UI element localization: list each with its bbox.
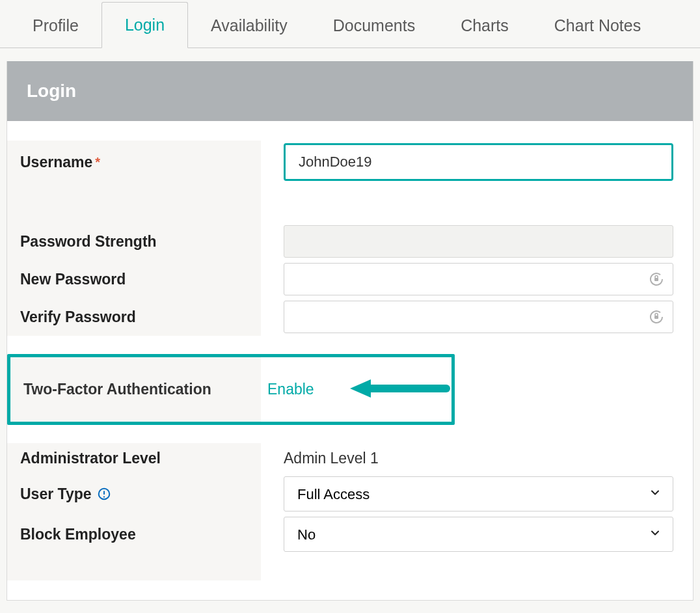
row-username: Username * bbox=[7, 141, 673, 184]
tab-login[interactable]: Login bbox=[101, 2, 188, 48]
row-admin-level: Administrator Level Admin Level 1 bbox=[7, 443, 673, 474]
admin-level-label: Administrator Level bbox=[7, 443, 261, 474]
user-type-select[interactable]: Full Access bbox=[284, 476, 673, 511]
new-password-input[interactable] bbox=[284, 263, 673, 295]
login-panel: Login Username * Password Strength New P… bbox=[7, 61, 693, 601]
two-factor-highlight: Two-Factor Authentication Enable bbox=[7, 354, 455, 425]
password-strength-label: Password Strength bbox=[7, 223, 261, 260]
username-label: Username bbox=[20, 154, 92, 171]
row-verify-password: Verify Password bbox=[7, 298, 673, 336]
user-type-label-cell: User Type bbox=[7, 474, 261, 514]
info-icon[interactable] bbox=[97, 487, 111, 501]
svg-rect-1 bbox=[654, 316, 658, 319]
tab-chart-notes[interactable]: Chart Notes bbox=[532, 3, 664, 48]
user-type-label: User Type bbox=[20, 485, 92, 503]
two-factor-label: Two-Factor Authentication bbox=[10, 357, 261, 422]
svg-rect-0 bbox=[654, 278, 658, 281]
tab-documents[interactable]: Documents bbox=[310, 3, 438, 48]
password-generate-icon[interactable] bbox=[649, 309, 664, 325]
username-label-cell: Username * bbox=[7, 141, 261, 184]
block-employee-select[interactable]: No bbox=[284, 517, 673, 552]
panel-title: Login bbox=[7, 61, 693, 121]
tab-profile[interactable]: Profile bbox=[10, 3, 101, 48]
row-new-password: New Password bbox=[7, 260, 673, 298]
admin-level-value: Admin Level 1 bbox=[284, 450, 379, 467]
panel-body: Username * Password Strength New Passwor… bbox=[7, 121, 693, 600]
username-input[interactable] bbox=[284, 143, 673, 181]
row-user-type: User Type Full Access bbox=[7, 474, 673, 514]
tab-availability[interactable]: Availability bbox=[188, 3, 310, 48]
required-star-icon: * bbox=[95, 155, 100, 170]
two-factor-enable-link[interactable]: Enable bbox=[267, 381, 314, 398]
verify-password-input[interactable] bbox=[284, 301, 673, 333]
new-password-label: New Password bbox=[7, 260, 261, 298]
tab-bar: Profile Login Availability Documents Cha… bbox=[0, 0, 700, 48]
block-employee-label: Block Employee bbox=[7, 514, 261, 554]
tab-charts[interactable]: Charts bbox=[438, 3, 532, 48]
arrow-left-icon bbox=[349, 375, 453, 404]
password-generate-icon[interactable] bbox=[649, 271, 664, 287]
svg-point-6 bbox=[103, 496, 104, 497]
svg-marker-3 bbox=[350, 379, 371, 398]
password-strength-bar bbox=[284, 225, 673, 258]
row-password-strength: Password Strength bbox=[7, 223, 673, 260]
row-block-employee: Block Employee No bbox=[7, 514, 673, 554]
verify-password-label: Verify Password bbox=[7, 298, 261, 336]
